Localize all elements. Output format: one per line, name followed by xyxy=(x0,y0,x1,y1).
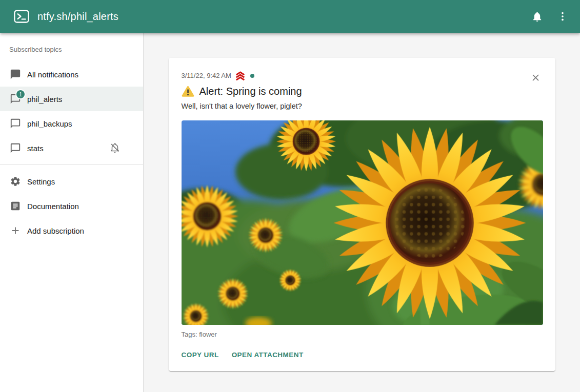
bell-icon xyxy=(531,11,543,23)
plus-icon xyxy=(9,224,22,237)
sidebar-item-phil-backups[interactable]: phil_backups xyxy=(0,111,143,136)
notification-card: 3/11/22, 9:42 AM Alert: Spring is coming… xyxy=(169,58,555,371)
sidebar-divider xyxy=(0,164,143,165)
sidebar-item-add-subscription[interactable]: Add subscription xyxy=(0,218,143,243)
notifications-bell-button[interactable] xyxy=(527,6,547,27)
notification-body: Well, isn't that a lovely flower, piglet… xyxy=(182,101,543,111)
attachment-image[interactable] xyxy=(182,120,543,325)
sidebar-item-settings[interactable]: Settings xyxy=(0,169,143,194)
gear-icon xyxy=(9,175,22,188)
sidebar-item-phil-alerts[interactable]: 1 phil_alerts xyxy=(0,87,143,111)
unread-count-badge: 1 xyxy=(15,89,26,99)
sidebar-item-label: Documentation xyxy=(27,202,79,211)
notification-actions: COPY URL OPEN ATTACHMENT xyxy=(182,351,543,359)
overflow-menu-button[interactable] xyxy=(552,6,573,27)
sidebar-item-label: phil_backups xyxy=(27,119,72,128)
sidebar-item-label: Settings xyxy=(27,177,55,186)
sidebar-item-label: stats xyxy=(27,144,44,153)
chat-bubble-outline-icon xyxy=(9,142,22,154)
subscribed-topics-label: Subscribed topics xyxy=(9,46,143,53)
close-notification-button[interactable] xyxy=(529,70,543,85)
copy-url-button[interactable]: COPY URL xyxy=(182,351,219,359)
notification-tags: Tags: flower xyxy=(182,331,543,338)
chat-bubble-outline-icon: 1 xyxy=(9,93,22,105)
notification-timestamp: 3/11/22, 9:42 AM xyxy=(182,72,231,79)
notification-title-row: Alert: Spring is coming xyxy=(182,85,543,98)
open-attachment-button[interactable]: OPEN ATTACHMENT xyxy=(232,351,304,359)
chat-bubble-outline-icon xyxy=(9,117,22,130)
app-bar: ntfy.sh/phil_alerts xyxy=(0,0,580,33)
sidebar-item-all-notifications[interactable]: All notifications xyxy=(0,62,143,87)
sidebar-item-label: Add subscription xyxy=(27,226,84,235)
sidebar-item-label: All notifications xyxy=(27,70,78,79)
app-title: ntfy.sh/phil_alerts xyxy=(37,11,118,23)
priority-max-icon xyxy=(235,71,246,80)
sidebar-item-label: phil_alerts xyxy=(27,95,62,104)
notification-title: Alert: Spring is coming xyxy=(199,85,302,98)
terminal-logo-icon xyxy=(14,10,29,23)
notification-meta: 3/11/22, 9:42 AM xyxy=(182,71,543,80)
more-vert-icon xyxy=(557,11,568,22)
sidebar: Subscribed topics All notifications 1 ph… xyxy=(0,33,144,392)
main-content: 3/11/22, 9:42 AM Alert: Spring is coming… xyxy=(144,33,580,392)
notifications-off-icon xyxy=(109,142,121,154)
sidebar-item-stats[interactable]: stats xyxy=(0,136,143,160)
close-icon xyxy=(530,72,541,83)
warning-icon xyxy=(182,86,194,97)
chat-bubble-filled-icon xyxy=(9,68,22,80)
article-icon xyxy=(9,200,22,212)
unread-dot xyxy=(250,74,254,78)
sidebar-item-documentation[interactable]: Documentation xyxy=(0,194,143,218)
